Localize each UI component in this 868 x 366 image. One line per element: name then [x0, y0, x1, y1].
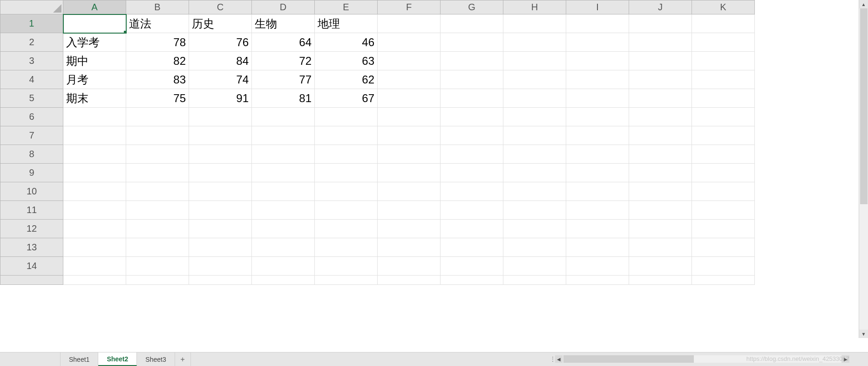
cell-E11[interactable] [315, 201, 378, 220]
cell-A7[interactable] [63, 126, 126, 145]
cell-B8[interactable] [126, 145, 189, 164]
cell-F15[interactable] [378, 276, 441, 285]
cell-C9[interactable] [189, 164, 252, 182]
cell-B10[interactable] [126, 182, 189, 201]
cell-C11[interactable] [189, 201, 252, 220]
cell-K14[interactable] [692, 257, 755, 276]
cell-F5[interactable] [378, 89, 441, 108]
row-header-8[interactable]: 8 [0, 145, 63, 164]
cell-G11[interactable] [441, 201, 503, 220]
cell-K3[interactable] [692, 52, 755, 70]
cell-I1[interactable] [566, 14, 629, 33]
cell-C3[interactable]: 84 [189, 52, 252, 70]
column-header-C[interactable]: C [189, 0, 252, 14]
cell-A4[interactable]: 月考 [63, 70, 126, 89]
cell-D4[interactable]: 77 [252, 70, 315, 89]
cell-D8[interactable] [252, 145, 315, 164]
row-header-4[interactable]: 4 [0, 70, 63, 89]
add-sheet-button[interactable]: + [175, 352, 191, 366]
cell-D14[interactable] [252, 257, 315, 276]
cell-D6[interactable] [252, 108, 315, 126]
cell-F11[interactable] [378, 201, 441, 220]
cell-F10[interactable] [378, 182, 441, 201]
cell-D15[interactable] [252, 276, 315, 285]
cell-C1[interactable]: 历史 [189, 14, 252, 33]
cell-H9[interactable] [503, 164, 566, 182]
cell-C12[interactable] [189, 220, 252, 238]
cell-I3[interactable] [566, 52, 629, 70]
cell-D10[interactable] [252, 182, 315, 201]
cell-A2[interactable]: 入学考 [63, 33, 126, 52]
cell-E9[interactable] [315, 164, 378, 182]
cell-G1[interactable] [441, 14, 503, 33]
cell-A9[interactable] [63, 164, 126, 182]
cell-K12[interactable] [692, 220, 755, 238]
cell-F12[interactable] [378, 220, 441, 238]
cell-F3[interactable] [378, 52, 441, 70]
cell-J8[interactable] [629, 145, 692, 164]
cell-D3[interactable]: 72 [252, 52, 315, 70]
cell-J7[interactable] [629, 126, 692, 145]
horizontal-scrollbar[interactable]: ⋮ ◀ ▶ [551, 355, 849, 363]
cell-I15[interactable] [566, 276, 629, 285]
cell-D1[interactable]: 生物 [252, 14, 315, 33]
vertical-scrollbar[interactable]: ▲ ▼ [859, 0, 868, 338]
cell-I14[interactable] [566, 257, 629, 276]
cell-B13[interactable] [126, 238, 189, 257]
column-header-K[interactable]: K [692, 0, 755, 14]
horizontal-scroll-track[interactable] [563, 355, 841, 363]
horizontal-scroll-thumb[interactable] [563, 355, 694, 363]
cell-H15[interactable] [503, 276, 566, 285]
cell-D5[interactable]: 81 [252, 89, 315, 108]
cell-C2[interactable]: 76 [189, 33, 252, 52]
cell-B11[interactable] [126, 201, 189, 220]
cell-G3[interactable] [441, 52, 503, 70]
cell-D11[interactable] [252, 201, 315, 220]
cell-B14[interactable] [126, 257, 189, 276]
cell-J12[interactable] [629, 220, 692, 238]
cell-K7[interactable] [692, 126, 755, 145]
row-header-12[interactable]: 12 [0, 220, 63, 238]
cell-C5[interactable]: 91 [189, 89, 252, 108]
sheet-tab-sheet1[interactable]: Sheet1 [61, 352, 98, 366]
cell-G12[interactable] [441, 220, 503, 238]
cell-H14[interactable] [503, 257, 566, 276]
cell-F9[interactable] [378, 164, 441, 182]
cell-I9[interactable] [566, 164, 629, 182]
cell-I11[interactable] [566, 201, 629, 220]
cell-A1[interactable] [63, 14, 126, 33]
cell-E6[interactable] [315, 108, 378, 126]
cell-G8[interactable] [441, 145, 503, 164]
cell-K15[interactable] [692, 276, 755, 285]
cell-I4[interactable] [566, 70, 629, 89]
cell-C13[interactable] [189, 238, 252, 257]
cell-K6[interactable] [692, 108, 755, 126]
cell-J15[interactable] [629, 276, 692, 285]
cell-F14[interactable] [378, 257, 441, 276]
cell-H4[interactable] [503, 70, 566, 89]
cell-G15[interactable] [441, 276, 503, 285]
cell-I7[interactable] [566, 126, 629, 145]
column-header-D[interactable]: D [252, 0, 315, 14]
cell-G4[interactable] [441, 70, 503, 89]
cell-J6[interactable] [629, 108, 692, 126]
cell-B6[interactable] [126, 108, 189, 126]
cell-C6[interactable] [189, 108, 252, 126]
cell-D13[interactable] [252, 238, 315, 257]
row-header-5[interactable]: 5 [0, 89, 63, 108]
cell-I8[interactable] [566, 145, 629, 164]
column-header-H[interactable]: H [503, 0, 566, 14]
cell-J2[interactable] [629, 33, 692, 52]
cell-F13[interactable] [378, 238, 441, 257]
spreadsheet-grid[interactable]: ABCDEFGHIJK1道法历史生物地理2入学考787664463期中82847… [0, 0, 755, 285]
cell-J11[interactable] [629, 201, 692, 220]
row-header-13[interactable]: 13 [0, 238, 63, 257]
column-header-F[interactable]: F [378, 0, 441, 14]
cell-I6[interactable] [566, 108, 629, 126]
cell-K2[interactable] [692, 33, 755, 52]
cell-G6[interactable] [441, 108, 503, 126]
cell-J9[interactable] [629, 164, 692, 182]
cell-I5[interactable] [566, 89, 629, 108]
cell-G13[interactable] [441, 238, 503, 257]
cell-H11[interactable] [503, 201, 566, 220]
